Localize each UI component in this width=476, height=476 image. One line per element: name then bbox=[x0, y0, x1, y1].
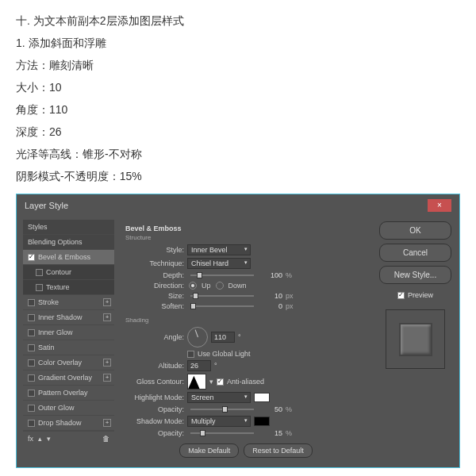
altitude-input[interactable]: 26 bbox=[187, 360, 211, 371]
preview-swatch bbox=[399, 323, 432, 356]
instr-line: 大小：10 bbox=[16, 76, 460, 98]
right-panel: OK Cancel New Style... Preview bbox=[378, 220, 453, 461]
opacity-label: Opacity: bbox=[125, 405, 184, 413]
highlight-color-swatch[interactable] bbox=[254, 393, 270, 402]
checkbox-icon[interactable] bbox=[36, 284, 43, 291]
pattern-overlay-item[interactable]: Pattern Overlay bbox=[23, 386, 114, 401]
down-radio[interactable] bbox=[216, 282, 224, 290]
highlight-opacity-slider[interactable] bbox=[190, 409, 254, 410]
drop-shadow-item[interactable]: Drop Shadow+ bbox=[23, 416, 114, 431]
add-icon[interactable]: + bbox=[103, 419, 111, 427]
soften-label: Soften: bbox=[125, 302, 184, 310]
depth-slider[interactable] bbox=[190, 274, 254, 276]
stroke-item[interactable]: Stroke+ bbox=[23, 295, 114, 310]
gradient-overlay-item[interactable]: Gradient Overlay+ bbox=[23, 370, 114, 386]
technique-label: Technique: bbox=[125, 259, 184, 267]
texture-item[interactable]: Texture bbox=[23, 280, 114, 295]
checkbox-icon[interactable] bbox=[36, 269, 43, 276]
highlight-mode-dropdown[interactable]: Screen bbox=[187, 392, 251, 403]
shadow-opacity-value[interactable]: 15 bbox=[260, 429, 282, 437]
instruction-block: 十. 为文本前副本2层添加图层样式 1. 添加斜面和浮雕 方法：雕刻清晰 大小：… bbox=[0, 0, 476, 194]
checkbox-icon[interactable] bbox=[28, 329, 35, 336]
gloss-contour-picker[interactable] bbox=[187, 374, 206, 390]
add-icon[interactable]: + bbox=[103, 313, 111, 321]
checkbox-icon[interactable] bbox=[28, 359, 35, 367]
instr-line: 方法：雕刻清晰 bbox=[16, 54, 460, 76]
arrow-up-icon[interactable]: ▴ bbox=[38, 435, 42, 443]
checkbox-icon[interactable] bbox=[28, 420, 35, 427]
altitude-label: Altitude: bbox=[125, 362, 184, 370]
shadow-color-swatch[interactable] bbox=[254, 416, 270, 426]
inner-glow-item[interactable]: Inner Glow bbox=[23, 325, 114, 340]
svg-marker-0 bbox=[188, 376, 199, 389]
checkbox-icon[interactable] bbox=[28, 314, 35, 321]
style-dropdown[interactable]: Inner Bevel bbox=[187, 244, 251, 255]
global-light-checkbox[interactable] bbox=[187, 351, 194, 358]
shadow-mode-dropdown[interactable]: Multiply bbox=[187, 416, 251, 427]
size-slider[interactable] bbox=[190, 295, 254, 297]
add-icon[interactable]: + bbox=[103, 359, 111, 367]
soften-slider[interactable] bbox=[190, 305, 254, 307]
size-label: Size: bbox=[125, 292, 184, 300]
reset-default-button[interactable]: Reset to Default bbox=[244, 443, 313, 458]
blending-options[interactable]: Blending Options bbox=[23, 235, 114, 250]
angle-input[interactable]: 110 bbox=[211, 332, 235, 343]
depth-value[interactable]: 100 bbox=[260, 271, 282, 279]
up-radio[interactable] bbox=[189, 282, 197, 290]
checkbox-icon[interactable] bbox=[28, 344, 35, 351]
depth-label: Depth: bbox=[125, 271, 184, 279]
ok-button[interactable]: OK bbox=[379, 221, 451, 240]
outer-glow-item[interactable]: Outer Glow bbox=[23, 401, 114, 416]
highlight-label: Highlight Mode: bbox=[125, 393, 184, 401]
soften-value[interactable]: 0 bbox=[260, 302, 282, 310]
bevel-emboss-item[interactable]: Bevel & Emboss bbox=[23, 250, 114, 265]
technique-dropdown[interactable]: Chisel Hard bbox=[187, 258, 251, 269]
structure-label: Structure bbox=[125, 234, 367, 241]
styles-header[interactable]: Styles bbox=[23, 220, 114, 235]
direction-label: Direction: bbox=[125, 282, 184, 290]
preview-checkbox[interactable] bbox=[397, 292, 405, 299]
cancel-button[interactable]: Cancel bbox=[379, 244, 451, 262]
angle-wheel[interactable] bbox=[187, 327, 208, 347]
satin-item[interactable]: Satin bbox=[23, 340, 114, 355]
fx-footer: fx ▴ ▾ 🗑 bbox=[23, 431, 114, 446]
angle-label: Angle: bbox=[125, 333, 184, 341]
size-value[interactable]: 10 bbox=[260, 292, 282, 300]
dialog-title: Layer Style bbox=[25, 201, 68, 210]
checkbox-icon[interactable] bbox=[28, 390, 35, 397]
shadow-opacity-slider[interactable] bbox=[190, 432, 254, 434]
inner-shadow-item[interactable]: Inner Shadow+ bbox=[23, 310, 114, 325]
anti-aliased-checkbox[interactable] bbox=[217, 378, 224, 386]
color-overlay-item[interactable]: Color Overlay+ bbox=[23, 355, 114, 370]
close-button[interactable]: × bbox=[428, 199, 451, 212]
fx-label: fx bbox=[28, 435, 33, 443]
style-label: Style: bbox=[125, 246, 184, 254]
new-style-button[interactable]: New Style... bbox=[379, 266, 451, 284]
contour-chevron-icon[interactable]: ▾ bbox=[209, 378, 213, 386]
titlebar: Layer Style × bbox=[18, 196, 458, 215]
contour-item[interactable]: Contour bbox=[23, 265, 114, 280]
instr-line: 角度：110 bbox=[16, 98, 460, 121]
bevel-title: Bevel & Emboss bbox=[125, 225, 367, 232]
instr-line: 阴影模式-不透明度：15% bbox=[16, 165, 460, 187]
arrow-down-icon[interactable]: ▾ bbox=[47, 435, 51, 443]
settings-panel: Bevel & Emboss Structure Style:Inner Bev… bbox=[119, 220, 373, 461]
checkbox-icon[interactable] bbox=[28, 254, 35, 261]
make-default-button[interactable]: Make Default bbox=[179, 443, 239, 458]
instr-line: 深度：26 bbox=[16, 121, 460, 143]
highlight-opacity-value[interactable]: 50 bbox=[260, 405, 282, 413]
checkbox-icon[interactable] bbox=[28, 299, 35, 306]
opacity-label: Opacity: bbox=[125, 429, 184, 437]
instr-line: 十. 为文本前副本2层添加图层样式 bbox=[16, 10, 460, 32]
trash-icon[interactable]: 🗑 bbox=[102, 435, 109, 443]
preview-thumbnail bbox=[386, 309, 445, 369]
preview-label: Preview bbox=[408, 291, 433, 299]
checkbox-icon[interactable] bbox=[28, 374, 35, 382]
checkbox-icon[interactable] bbox=[28, 405, 35, 412]
instr-line: 1. 添加斜面和浮雕 bbox=[16, 32, 460, 54]
layer-style-dialog: Layer Style × Styles Blending Options Be… bbox=[16, 194, 460, 468]
gloss-label: Gloss Contour: bbox=[125, 378, 184, 386]
styles-list: Styles Blending Options Bevel & Emboss C… bbox=[23, 220, 114, 461]
add-icon[interactable]: + bbox=[103, 298, 111, 306]
add-icon[interactable]: + bbox=[103, 374, 111, 382]
